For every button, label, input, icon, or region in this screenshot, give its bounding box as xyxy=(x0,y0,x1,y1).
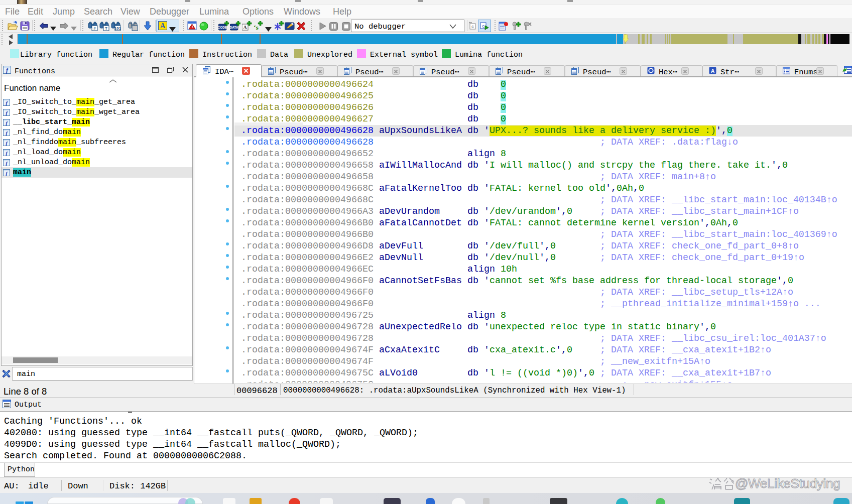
svg-text:T: T xyxy=(105,26,107,31)
svg-text:c: c xyxy=(471,24,474,29)
svg-text:A: A xyxy=(243,25,247,30)
svg-text:101: 101 xyxy=(114,26,121,31)
svg-text:A: A xyxy=(711,68,714,74)
svg-text:c: c xyxy=(482,24,484,29)
svg-text:CODE: CODE xyxy=(218,26,227,29)
svg-text:#: # xyxy=(93,26,96,31)
svg-text:A: A xyxy=(160,22,166,30)
svg-text:DATA: DATA xyxy=(230,26,238,29)
svg-text:‘s: ‘s xyxy=(254,24,258,31)
